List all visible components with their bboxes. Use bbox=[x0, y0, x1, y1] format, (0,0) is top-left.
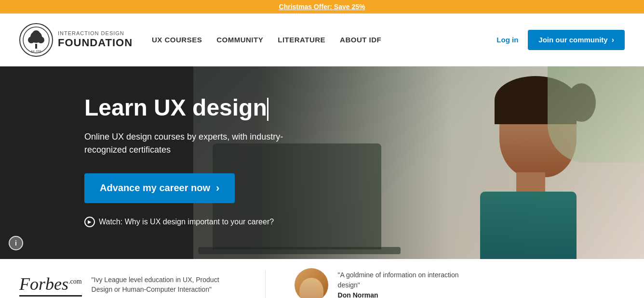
advance-career-label: Advance my career now bbox=[100, 182, 210, 194]
logo-link[interactable]: Est. 2002 INTERACTION DESIGN FOUNDATION bbox=[19, 23, 133, 57]
svg-point-3 bbox=[28, 37, 35, 43]
advance-career-button[interactable]: Advance my career now › bbox=[84, 173, 235, 203]
don-norman-quote: "A goldmine of information on interactio… bbox=[338, 270, 473, 290]
christmas-offer-link[interactable]: Christmas Offer: Save 25% bbox=[279, 3, 365, 11]
nav-about-idf[interactable]: ABOUT IDF bbox=[340, 36, 381, 44]
don-norman-quote-area: "A goldmine of information on interactio… bbox=[338, 270, 473, 298]
top-banner[interactable]: Christmas Offer: Save 25% bbox=[0, 0, 644, 13]
logo-bottom-text: FOUNDATION bbox=[58, 37, 133, 49]
svg-text:Est. 2002: Est. 2002 bbox=[31, 50, 41, 52]
svg-rect-1 bbox=[35, 44, 37, 49]
header: Est. 2002 INTERACTION DESIGN FOUNDATION … bbox=[0, 13, 644, 66]
nav-community[interactable]: COMMUNITY bbox=[216, 36, 263, 44]
don-norman-face bbox=[299, 278, 323, 298]
don-norman-block: "A goldmine of information on interactio… bbox=[295, 268, 473, 298]
info-button[interactable]: i bbox=[9, 236, 23, 250]
main-nav: UX COURSES COMMUNITY LITERATURE ABOUT ID… bbox=[152, 36, 496, 44]
hero-title: Learn UX design bbox=[84, 95, 289, 121]
nav-ux-courses[interactable]: UX COURSES bbox=[152, 36, 202, 44]
forbes-quote: "Ivy League level education in UX, Produ… bbox=[92, 275, 236, 294]
don-norman-avatar bbox=[295, 268, 328, 298]
logo-circle: Est. 2002 bbox=[19, 23, 53, 57]
watch-text: Watch: Why is UX design important to you… bbox=[99, 218, 274, 226]
svg-point-4 bbox=[38, 37, 44, 43]
play-icon: ▶ bbox=[84, 217, 95, 227]
logo-tree-icon: Est. 2002 bbox=[23, 26, 50, 53]
forbes-logo: Forbes.com bbox=[19, 274, 82, 297]
logo-top-text: INTERACTION DESIGN bbox=[58, 30, 133, 37]
bottom-section: Forbes.com "Ivy League level education i… bbox=[0, 259, 644, 298]
join-label: Join our community bbox=[538, 36, 607, 44]
hero-section: Learn UX design Online UX design courses… bbox=[0, 66, 644, 259]
svg-point-5 bbox=[32, 30, 40, 38]
don-norman-name: Don Norman bbox=[338, 290, 473, 298]
watch-video-link[interactable]: ▶ Watch: Why is UX design important to y… bbox=[84, 217, 289, 227]
join-community-button[interactable]: Join our community › bbox=[528, 30, 625, 50]
login-button[interactable]: Log in bbox=[496, 36, 518, 44]
advance-arrow-icon: › bbox=[216, 182, 219, 194]
hero-content: Learn UX design Online UX design courses… bbox=[0, 66, 289, 227]
nav-literature[interactable]: LITERATURE bbox=[278, 36, 325, 44]
hero-subtitle: Online UX design courses by experts, wit… bbox=[84, 130, 287, 156]
forbes-block: Forbes.com "Ivy League level education i… bbox=[19, 274, 236, 297]
section-divider bbox=[265, 271, 266, 298]
join-chevron-icon: › bbox=[612, 36, 614, 44]
header-actions: Log in Join our community › bbox=[496, 30, 625, 50]
logo-text: INTERACTION DESIGN FOUNDATION bbox=[58, 30, 133, 50]
